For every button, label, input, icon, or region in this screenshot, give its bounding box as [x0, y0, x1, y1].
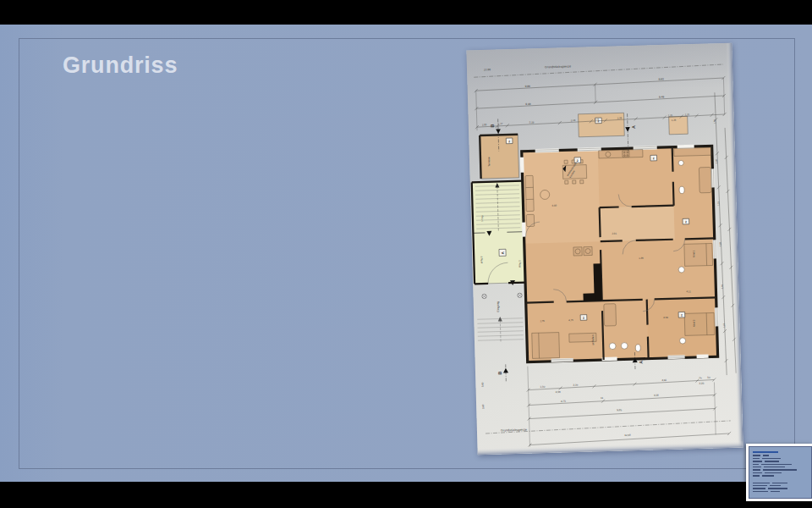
svg-text:76: 76 [699, 376, 702, 379]
svg-text:4,75: 4,75 [568, 318, 573, 322]
svg-text:9,80: 9,80 [658, 77, 664, 80]
stair-count-label: 14 Stg [480, 215, 484, 222]
svg-text:11: 11 [601, 396, 604, 400]
svg-text:2,76: 2,76 [721, 284, 724, 289]
floorplan-drawing: Terrasse [466, 43, 743, 456]
boundary-label-top: Grundstücksgrenze [545, 65, 571, 69]
svg-text:B: B [497, 371, 502, 374]
bottom-dimensions [484, 361, 732, 448]
svg-text:9,48: 9,48 [525, 102, 531, 106]
svg-text:1,36: 1,36 [595, 118, 600, 121]
svg-text:5,00: 5,00 [480, 382, 484, 387]
svg-text:4,11: 4,11 [686, 290, 691, 293]
svg-text:4,58: 4,58 [663, 316, 668, 319]
svg-text:9,88: 9,88 [525, 85, 531, 88]
svg-text:2,00: 2,00 [482, 123, 487, 126]
svg-text:2,98: 2,98 [715, 159, 718, 164]
svg-text:2,36: 2,36 [573, 384, 578, 387]
child1-label: Kind 1 [692, 250, 695, 257]
bedroom-label: schlafen [591, 334, 595, 345]
svg-text:1,35: 1,35 [685, 113, 690, 116]
boundary-label-bottom: Grundstücksgrenze [501, 428, 527, 433]
terrace-label: Terrasse [487, 157, 491, 167]
svg-text:3,00: 3,00 [481, 404, 485, 409]
svg-text:2,38: 2,38 [617, 116, 623, 119]
letterbox-top [0, 0, 812, 25]
svg-text:2: 2 [685, 220, 687, 224]
svg-text:2: 2 [508, 140, 510, 143]
svg-text:4,09: 4,09 [551, 204, 557, 207]
svg-text:2: 2 [653, 157, 655, 160]
svg-text:3,76: 3,76 [540, 319, 545, 323]
stairwell: 14 Stg A Whg 3 Whg 2 [472, 181, 525, 287]
floorplan-image: Terrasse [466, 43, 743, 456]
slide: Grundriss [0, 25, 812, 482]
svg-text:A: A [631, 125, 636, 129]
page-title: Grundriss [63, 52, 178, 79]
svg-text:1,23: 1,23 [716, 202, 720, 207]
svg-text:2: 2 [583, 317, 584, 320]
titleblock-rows [749, 446, 812, 499]
unit-right-label: Whg 2 [518, 260, 521, 268]
svg-text:1,48: 1,48 [713, 119, 716, 124]
svg-text:1,77: 1,77 [498, 122, 503, 125]
child2-label: Kind 2 [692, 319, 695, 327]
svg-text:1,86: 1,86 [639, 257, 644, 260]
svg-text:4,91: 4,91 [661, 378, 667, 382]
svg-text:1,23: 1,23 [722, 323, 726, 328]
svg-text:10,58: 10,58 [624, 433, 631, 437]
svg-text:1,35: 1,35 [668, 113, 673, 117]
letterbox-bottom [0, 482, 812, 508]
svg-text:2,38: 2,38 [556, 390, 561, 394]
svg-text:9,48: 9,48 [659, 95, 665, 98]
titleblock-thumbnail [746, 444, 812, 501]
svg-text:9,85: 9,85 [617, 408, 622, 411]
svg-text:B: B [490, 124, 495, 128]
paper-shading [466, 43, 732, 95]
svg-text:4,75: 4,75 [561, 400, 566, 403]
svg-text:2,25: 2,25 [699, 382, 704, 385]
svg-text:50: 50 [707, 376, 710, 379]
svg-text:2: 2 [681, 313, 683, 317]
svg-text:1,50: 1,50 [540, 385, 545, 389]
unit-left-label: Whg 3 [480, 256, 483, 263]
svg-text:2: 2 [577, 159, 579, 163]
hall-box-label: A [501, 251, 505, 254]
svg-text:2,38: 2,38 [571, 119, 576, 122]
svg-text:5,29: 5,29 [529, 120, 535, 124]
svg-text:23,88: 23,88 [484, 68, 491, 71]
svg-text:4,58: 4,58 [654, 394, 659, 397]
svg-text:1,26: 1,26 [672, 119, 677, 122]
svg-text:4,03: 4,03 [718, 242, 721, 247]
svg-text:A: A [639, 361, 644, 364]
entrance-area: Eingang [476, 293, 524, 342]
svg-text:2,01: 2,01 [612, 232, 617, 235]
entrance-label: Eingang [497, 301, 500, 312]
bottom-dimension-labels: 1,50 2,36 4,91 76 50 2,38 2,25 4,75 11 4… [480, 376, 712, 441]
